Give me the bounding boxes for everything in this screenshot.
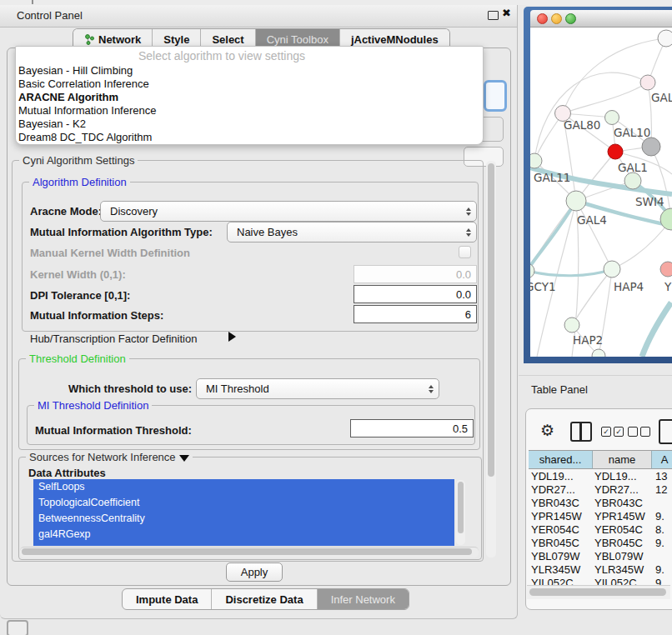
menu-item-mutual-information[interactable]: Mutual Information Inference	[18, 104, 477, 118]
mi-type-value: Naive Bayes	[228, 226, 461, 238]
table-cell[interactable]: YBR043C	[594, 497, 649, 510]
table-cell[interactable]: 13	[655, 470, 672, 483]
node[interactable]	[642, 138, 660, 156]
list-item[interactable]: TopologicalCoefficient	[33, 495, 454, 511]
close-traffic-light[interactable]	[537, 13, 548, 24]
list-hscrollbar-thumb[interactable]	[22, 548, 472, 555]
column-header-clipped[interactable]: A	[652, 450, 672, 469]
column-header-shared-name[interactable]: shared...	[529, 450, 593, 469]
table-cell[interactable]: YBR045C	[531, 537, 591, 550]
node-label: GCY1	[530, 280, 556, 293]
tab-infer-network[interactable]: Infer Network	[318, 589, 409, 609]
table-cell[interactable]: 9.	[655, 510, 672, 523]
screen: Control Panel ✖ Network Style Select Cyn…	[0, 0, 672, 635]
aracne-mode-label: Aracne Mode:	[30, 205, 102, 218]
table-cell[interactable]: YDL19...	[531, 470, 591, 483]
data-attributes-label: Data Attributes	[28, 467, 106, 479]
node[interactable]	[604, 261, 620, 278]
table-cell[interactable]: YER054C	[594, 523, 649, 537]
table-cell[interactable]: 8.	[655, 523, 672, 537]
settings-scrollbar-thumb[interactable]	[488, 163, 494, 477]
minimize-traffic-light[interactable]	[551, 13, 562, 24]
menu-item-bayesian-k2[interactable]: Bayesian - K2	[18, 118, 477, 131]
list-item[interactable]: SelfLoops	[33, 479, 454, 495]
table-panel-divider	[519, 375, 672, 376]
table-cell[interactable]	[655, 497, 672, 510]
table-cell[interactable]: YER054C	[531, 523, 591, 537]
network-window-titlebar	[530, 10, 672, 28]
table-cell[interactable]: YDR27...	[531, 483, 591, 497]
node[interactable]	[640, 75, 655, 90]
top-strip-tick	[32, 0, 33, 4]
table-cell[interactable]: YBL079W	[594, 550, 649, 563]
node[interactable]	[530, 153, 542, 168]
gear-icon[interactable]: ⚙	[540, 422, 554, 439]
close-icon[interactable]: ✖	[502, 7, 511, 19]
unchecked-columns-icon[interactable]	[628, 427, 650, 437]
node[interactable]	[624, 172, 641, 189]
kernel-width-field[interactable]	[354, 265, 477, 283]
node-label: GAL	[651, 91, 672, 104]
checked-columns-icon[interactable]: ✓ ✓	[601, 427, 624, 437]
list-item[interactable]: gal4RGexp	[33, 527, 454, 542]
table-cell[interactable]: 9.	[655, 537, 672, 550]
manual-kernel-checkbox[interactable]	[459, 246, 471, 258]
node[interactable]	[605, 111, 619, 125]
node[interactable]	[530, 263, 534, 278]
mi-threshold-field[interactable]	[350, 419, 474, 438]
mi-steps-field[interactable]	[354, 305, 477, 323]
tab-impute-data[interactable]: Impute Data	[123, 589, 212, 609]
table-cell[interactable]: YBR043C	[531, 497, 591, 510]
dock-panel-button[interactable]	[7, 620, 28, 635]
table-cell[interactable]: YBL079W	[531, 550, 591, 563]
table-cell[interactable]: YLR345W	[531, 563, 591, 577]
split-columns-icon[interactable]	[570, 422, 592, 442]
table-cell[interactable]	[655, 550, 672, 563]
menu-item-bayesian-hill-climbing[interactable]: Bayesian - Hill Climbing	[18, 64, 477, 78]
dpi-tolerance-field[interactable]	[354, 285, 477, 303]
node[interactable]	[660, 262, 672, 277]
algorithm-dropdown-popup: Select algorithm to view settings Bayesi…	[15, 46, 484, 145]
table-hscrollbar-thumb[interactable]	[529, 588, 666, 596]
node-label: GAL80	[564, 118, 600, 132]
document-icon[interactable]	[659, 419, 672, 444]
table-cell[interactable]: 9.	[655, 563, 672, 577]
expand-arrow-icon[interactable]	[228, 332, 236, 342]
unchecked-box-icon	[628, 427, 638, 437]
table-cell[interactable]: 12	[655, 483, 672, 497]
list-item[interactable]: BetweennessCentrality	[33, 511, 454, 527]
node[interactable]	[658, 30, 672, 47]
collapse-arrow-icon[interactable]	[179, 455, 189, 462]
menu-item-basic-correlation[interactable]: Basic Correlation Inference	[18, 78, 477, 91]
menu-item-dream8[interactable]: Dream8 DC_TDC Algorithm	[18, 131, 477, 144]
combo-arrows-icon	[461, 222, 476, 242]
hidden-focused-combobox-fragment[interactable]	[484, 80, 507, 112]
table-cell[interactable]: YDL19...	[594, 470, 649, 483]
column-header-name[interactable]: name	[593, 450, 652, 469]
menu-item-aracne[interactable]: ARACNE Algorithm	[18, 91, 477, 104]
table-cell[interactable]: YPR145W	[531, 510, 591, 523]
which-threshold-label: Which threshold to use:	[68, 382, 192, 395]
aracne-mode-combobox[interactable]: Discovery	[100, 201, 477, 222]
sources-title: Sources for Network Inference	[26, 451, 193, 463]
table-cell[interactable]: YDR27...	[594, 483, 649, 497]
node[interactable]	[564, 318, 579, 332]
apply-button[interactable]: Apply	[226, 562, 283, 582]
aracne-mode-value: Discovery	[101, 205, 461, 218]
table-cell[interactable]: YPR145W	[594, 510, 649, 523]
float-panel-icon[interactable]	[488, 11, 499, 20]
table-cell[interactable]: YBR045C	[594, 537, 649, 550]
which-threshold-combobox[interactable]: MI Threshold	[196, 378, 439, 399]
table-cell[interactable]: YLR345W	[594, 563, 649, 577]
node[interactable]	[566, 191, 586, 211]
network-canvas[interactable]: GAL GAL80 GAL10 GAL1 GAL11 SWI4 GAL4 GCY…	[530, 28, 672, 357]
zoom-traffic-light[interactable]	[565, 13, 576, 24]
checked-box-icon: ✓	[601, 427, 611, 437]
node[interactable]	[660, 208, 672, 230]
mi-type-combobox[interactable]: Naive Bayes	[227, 222, 477, 242]
tab-discretize-data[interactable]: Discretize Data	[212, 589, 317, 609]
node-selected-red[interactable]	[608, 144, 623, 159]
unchecked-box-icon	[640, 427, 650, 437]
list-scrollbar-thumb[interactable]	[458, 482, 464, 533]
tab-jactivemnodules-label: jActiveMNodules	[351, 33, 439, 46]
